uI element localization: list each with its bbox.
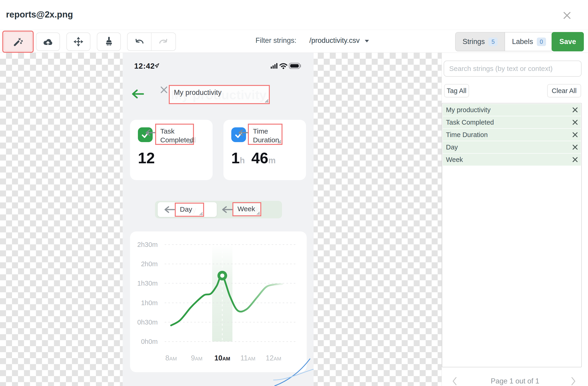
app-root: reports@2x.png [0,0,588,386]
move-icon [73,36,84,47]
modal-header: reports@2x.png [0,0,588,30]
close-icon [562,10,572,21]
tag-text: Week [237,205,255,213]
remove-string-icon[interactable] [572,157,578,163]
x-tick: 9AM [184,354,209,362]
resize-handle[interactable] [199,212,203,215]
remove-string-icon[interactable] [572,119,578,125]
tag-box-time-duration[interactable]: TimeDuration [248,124,282,145]
remove-tag-icon[interactable] [159,85,169,95]
tag-text: TimeDuration [253,127,279,144]
move-tool-button[interactable] [66,33,90,51]
undo-redo-group [127,33,176,51]
chevron-down-icon [365,40,369,42]
remove-string-icon[interactable] [572,107,578,113]
tag-box-week[interactable]: Week [232,202,261,216]
strings-count-badge: 5 [488,38,498,46]
brush-icon [104,36,114,47]
y-tick: 2h0m [134,260,158,268]
string-row[interactable]: Week [443,154,581,166]
prev-page-chevron-icon[interactable] [451,376,458,386]
close-modal-button[interactable] [562,10,572,21]
tag-box-task-completed[interactable]: TaskCompleted [155,124,194,145]
next-chart-decoration [273,358,314,386]
productivity-chart-card: 2h30m 2h0m 1h30m 1h0m 0h30m 0h0m [130,232,307,372]
resize-handle[interactable] [277,139,281,143]
filter-file-value: /productivity.csv [309,36,359,45]
string-row[interactable]: My productivity [443,104,581,116]
tag-box-day[interactable]: Day [175,203,204,217]
strings-sidebar: Tag All Clear All My productivity Task C… [441,53,588,386]
time-duration-card: TimeDuration TimeDuration 1h 46m [223,120,306,180]
auto-tag-tool-button[interactable] [2,31,34,53]
filter-strings-label: Filter strings: [255,36,296,45]
strings-list: My productivity Task Completed Time Dura… [442,103,582,367]
file-title: reports@2x.png [6,10,73,19]
next-page-chevron-icon[interactable] [570,376,576,386]
task-completed-card: TaskCompleted TaskCompleted 12 [130,120,213,180]
tag-pointer-arrow-icon [144,129,156,136]
resize-handle[interactable] [264,98,268,103]
y-tick: 0h30m [134,319,158,326]
toolbar: Filter strings: /productivity.csv String… [0,30,588,53]
resize-handle[interactable] [189,139,192,143]
tag-text: My productivity [174,88,222,97]
tag-text: Day [180,205,192,214]
tag-box-title[interactable]: My productivity [169,85,270,104]
string-row[interactable]: Day [443,141,581,153]
resize-handle[interactable] [256,211,260,215]
string-row[interactable]: Task Completed [443,116,581,128]
x-tick-active: 10AM [210,354,235,362]
filter-file-dropdown[interactable]: /productivity.csv [309,36,369,45]
tag-all-button[interactable]: Tag All [444,84,469,97]
string-row[interactable]: Time Duration [443,129,581,141]
x-tick: 8AM [158,354,184,362]
redo-icon [158,37,169,46]
x-tick: 11AM [235,354,261,362]
duration-value: 1h 46m [231,149,276,167]
day-week-toggle: Day Day Week Week [155,201,282,218]
remove-string-icon[interactable] [572,144,578,150]
search-input[interactable] [444,60,582,77]
y-tick: 1h0m [134,299,158,307]
screenshot-image: 12:42 My productivity [123,53,314,386]
cloud-upload-icon [43,37,53,46]
undo-icon [134,37,145,46]
tag-pointer-arrow-icon [236,129,249,136]
y-tick: 2h30m [134,241,158,249]
clean-tool-button[interactable] [97,33,121,51]
tab-strings[interactable]: Strings 5 [456,33,505,51]
strings-labels-tabs: Strings 5 Labels 0 [455,32,553,51]
status-icons [270,62,305,69]
back-arrow-icon [130,89,145,99]
location-arrow-icon [154,63,160,68]
filter-strings-control: Filter strings: /productivity.csv [255,36,369,45]
y-tick: 1h30m [134,280,158,287]
magic-wand-icon [13,36,23,47]
tag-pointer-arrow-icon [220,206,232,213]
status-time: 12:42 [134,62,155,71]
remove-string-icon[interactable] [572,132,578,138]
save-button[interactable]: Save [552,32,584,51]
tag-pointer-arrow-icon [162,206,175,213]
undo-button[interactable] [127,33,151,50]
clear-all-button[interactable]: Clear All [547,84,581,97]
page-indicator: Page 1 out of 1 [442,377,588,385]
upload-button[interactable] [36,33,60,51]
tasks-value: 12 [138,149,155,167]
labels-count-badge: 0 [537,38,546,46]
redo-button[interactable] [151,33,175,50]
y-tick: 0h0m [134,338,158,346]
editor-canvas[interactable]: 12:42 My productivity [0,53,441,386]
tab-labels[interactable]: Labels 0 [505,33,553,51]
pagination: Page 1 out of 1 [442,374,588,386]
